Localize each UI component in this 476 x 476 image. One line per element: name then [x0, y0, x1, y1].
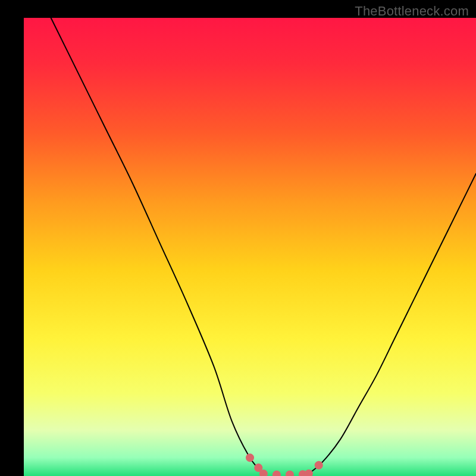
- bottleneck-chart: [0, 0, 476, 476]
- svg-rect-1: [24, 18, 476, 476]
- watermark-text: TheBottleneck.com: [355, 4, 469, 19]
- chart-svg: [0, 0, 476, 476]
